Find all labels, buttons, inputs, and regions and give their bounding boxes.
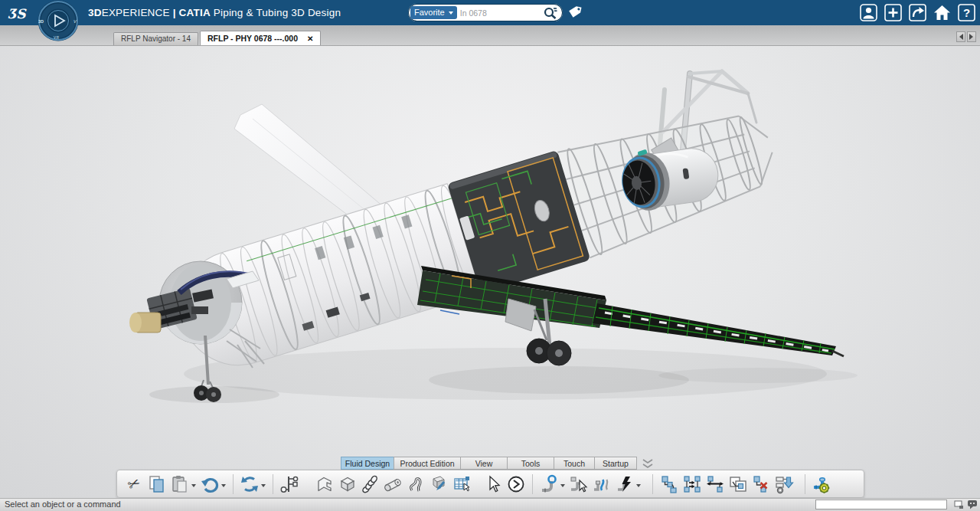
tab-scroll-left-icon[interactable] [956,31,965,42]
box-duct-icon[interactable] [336,473,359,496]
tab-rflp-navigator[interactable]: RFLP Navigator - 14 [113,32,198,45]
document-tabs: RFLP Navigator - 14 RFLP - PHY 0678 ---.… [113,31,322,45]
close-tab-icon[interactable]: ✕ [307,34,313,43]
topbar-icon-group: ? [860,4,975,21]
chevron-down-icon [449,11,453,17]
tag-icon[interactable] [567,5,583,24]
near-wing[interactable] [417,266,844,356]
3d-compass[interactable]: 3D V V,R [36,0,80,43]
brand-prefix: 3D [88,7,102,18]
module-name: Piping & Tubing 3D Design [214,7,341,18]
dassault-3ds-logo-icon: ƷS [5,2,32,26]
paste-icon[interactable] [168,473,191,496]
notifications-icon[interactable] [967,500,978,509]
active-tab-label: RFLP - PHY 0678 ---.000 [207,34,298,43]
undo-options-caret[interactable] [221,484,226,490]
route-pipe-options-caret[interactable] [560,484,565,490]
aircraft-3d-view[interactable] [0,46,980,511]
corrugated-hose-icon[interactable] [359,473,382,496]
svg-text:?: ? [963,6,970,19]
tab-scroll-buttons [956,31,976,42]
search-input[interactable] [457,8,543,18]
search-bar[interactable]: Favorite [408,4,563,21]
undo-icon[interactable] [198,473,221,496]
tab-touch[interactable]: Touch [554,457,595,470]
brand-suffix: EXPERIENCE [102,7,170,18]
document-tab-bar: RFLP Navigator - 14 RFLP - PHY 0678 ---.… [0,25,980,46]
remove-connection-icon[interactable] [750,473,773,496]
tab-rflp-phy[interactable]: RFLP - PHY 0678 ---.000 ✕ [200,31,321,45]
tab-tools[interactable]: Tools [507,457,554,470]
quick-route-icon[interactable] [613,473,636,496]
connect-nodes-icon[interactable] [658,473,681,496]
tab-scroll-right-icon[interactable] [967,31,976,42]
power-input-field[interactable] [815,500,947,509]
collapse-ribbon-icon[interactable] [636,457,659,470]
spread-connection-icon[interactable] [704,473,727,496]
tab-fluid-design[interactable]: Fluid Design [341,457,394,470]
continue-route-icon[interactable] [505,473,528,496]
search-icon[interactable] [543,5,558,20]
schematic-route-icon[interactable] [278,473,301,496]
status-bar: Select an object or a command [0,498,980,511]
generate-network-icon[interactable] [773,473,795,496]
spreadsheet-icon[interactable] [451,473,474,496]
status-message: Select an object or a command [5,500,121,509]
update-options-caret[interactable] [261,484,266,490]
paste-options-caret[interactable] [191,484,196,490]
search-scope-button[interactable]: Favorite [410,6,457,19]
ribbon-tab-bar: Fluid Design Product Edition View Tools … [341,457,659,470]
cut-icon[interactable]: ✂ [122,473,145,496]
help-icon[interactable]: ? [958,4,975,21]
action-bar: ✂ [116,470,864,498]
select-route-icon[interactable] [567,473,590,496]
share-icon[interactable] [909,4,926,21]
group-connection-icon[interactable] [727,473,750,496]
top-bar: ƷS 3DEXPERIENCE | CATIA Piping & Tubing … [0,0,980,25]
tab-view[interactable]: View [460,457,508,470]
route-pipe-icon[interactable] [537,473,560,496]
search-scope-label: Favorite [414,6,445,19]
3d-viewport[interactable] [0,46,980,511]
quick-route-options-caret[interactable] [636,484,641,490]
rigid-tube-icon[interactable] [382,473,405,496]
title-separator: | [173,7,176,18]
expand-window-icon[interactable] [954,500,964,509]
compass-south-label: V,R [54,36,60,40]
copy-icon[interactable] [145,473,168,496]
tab-startup[interactable]: Startup [594,457,637,470]
app-name: CATIA [179,7,211,18]
tab-product-edition[interactable]: Product Edition [394,457,461,470]
channel-duct-icon[interactable] [313,473,336,496]
app-title: 3DEXPERIENCE | CATIA Piping & Tubing 3D … [88,0,341,25]
compass-west-label: 3D [38,19,44,24]
piping-settings-icon[interactable] [810,473,833,496]
flexible-tube-icon[interactable] [405,473,428,496]
place-component-icon[interactable] [428,473,451,496]
select-pointer-icon[interactable] [482,473,505,496]
add-icon[interactable] [884,4,902,21]
home-icon[interactable] [933,4,951,21]
svg-text:ƷS: ƷS [8,6,27,21]
propagate-connection-icon[interactable] [681,473,704,496]
user-icon[interactable] [860,4,877,21]
update-icon[interactable] [238,473,261,496]
flexible-pipe-icon[interactable] [590,473,613,496]
